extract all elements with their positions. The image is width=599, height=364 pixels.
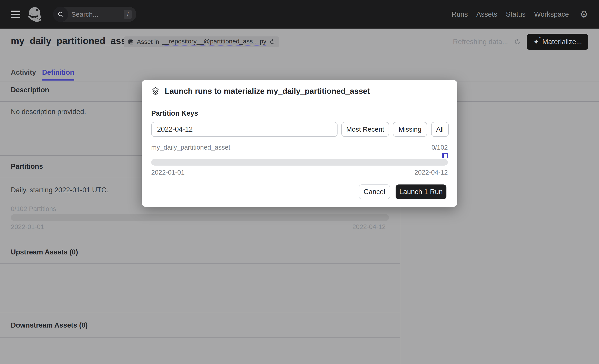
dialog-range-start: 2022-01-01	[151, 169, 185, 176]
description-body: No description provided.	[11, 108, 86, 116]
dialog-range-end: 2022-04-12	[414, 169, 448, 176]
partition-range-start: 2022-01-01	[11, 223, 44, 231]
tab-activity[interactable]: Activity	[11, 68, 36, 79]
slash-shortcut-badge: /	[124, 10, 132, 19]
all-button[interactable]: All	[431, 122, 449, 137]
header-actions: Refreshing data... ✦✦ Materialize...	[453, 34, 588, 50]
global-search: /	[53, 7, 136, 22]
partition-keys-label: Partition Keys	[151, 109, 198, 117]
section-divider	[0, 263, 400, 264]
dialog-asset-row: my_daily_partitioned_asset 0/102	[151, 144, 448, 151]
nav-link-assets[interactable]: Assets	[476, 10, 497, 18]
settings-gear-icon[interactable]: ⚙	[580, 10, 588, 19]
dialog-partition-bar[interactable]	[151, 159, 448, 165]
asset-layers-icon	[151, 87, 160, 96]
nav-link-runs[interactable]: Runs	[452, 10, 468, 18]
nav-link-status[interactable]: Status	[506, 10, 526, 18]
search-icon	[53, 7, 68, 22]
section-heading-upstream-assets: Upstream Assets (0)	[11, 248, 78, 256]
search-input[interactable]	[71, 11, 114, 18]
repo-grid-icon	[127, 38, 134, 45]
cancel-button[interactable]: Cancel	[359, 184, 390, 199]
materialize-label: Materialize...	[542, 38, 582, 46]
dialog-asset-name: my_daily_partitioned_asset	[151, 144, 230, 151]
partition-health-bar[interactable]	[11, 214, 389, 221]
section-divider	[0, 313, 400, 313]
selected-partition-marker	[442, 153, 448, 158]
dialog-partition-range: 2022-01-01 2022-04-12	[151, 169, 448, 176]
app-root: / Runs Assets Status Workspace ⚙ my_dail…	[0, 0, 599, 364]
refreshing-status: Refreshing data...	[453, 38, 508, 46]
refresh-spinner-icon	[514, 38, 521, 45]
section-heading-downstream-assets: Downstream Assets (0)	[11, 321, 88, 329]
missing-button[interactable]: Missing	[393, 122, 427, 137]
dialog-header: Launch runs to materialize my_daily_part…	[142, 80, 457, 102]
asset-origin-tag[interactable]: Asset in __repository__@partitioned_ass.…	[124, 36, 279, 47]
partition-keys-input[interactable]	[151, 122, 337, 137]
dagster-logo[interactable]	[26, 6, 44, 23]
most-recent-button[interactable]: Most Recent	[341, 122, 389, 137]
top-nav: / Runs Assets Status Workspace ⚙	[0, 0, 599, 29]
sparkle-icon: ✦✦	[533, 38, 539, 45]
launch-partitions-dialog: Launch runs to materialize my_daily_part…	[142, 80, 457, 207]
dialog-partition-count: 0/102	[431, 144, 448, 151]
partition-range-end: 2022-04-12	[352, 223, 386, 231]
launch-run-button[interactable]: Launch 1 Run	[396, 184, 446, 199]
asset-tag-path: __repository__@partitioned_ass....py	[162, 38, 266, 46]
reload-icon[interactable]	[269, 39, 275, 45]
nav-link-workspace[interactable]: Workspace	[534, 10, 569, 18]
section-divider	[0, 338, 400, 338]
nav-links: Runs Assets Status Workspace	[452, 10, 569, 18]
partition-schedule: Daily, starting 2022-01-01 UTC.	[11, 186, 108, 194]
tab-definition[interactable]: Definition	[42, 68, 74, 80]
section-heading-partitions: Partitions	[11, 162, 43, 171]
partition-count-label: 0/102 Partitions	[11, 205, 56, 213]
asset-tag-prefix: Asset in	[137, 38, 159, 45]
page-title: my_daily_partitioned_asset	[11, 35, 135, 46]
section-divider	[0, 241, 400, 241]
materialize-button[interactable]: ✦✦ Materialize...	[527, 34, 588, 50]
dialog-title: Launch runs to materialize my_daily_part…	[165, 87, 370, 95]
section-heading-description: Description	[11, 86, 49, 94]
hamburger-menu-icon[interactable]	[11, 11, 20, 18]
